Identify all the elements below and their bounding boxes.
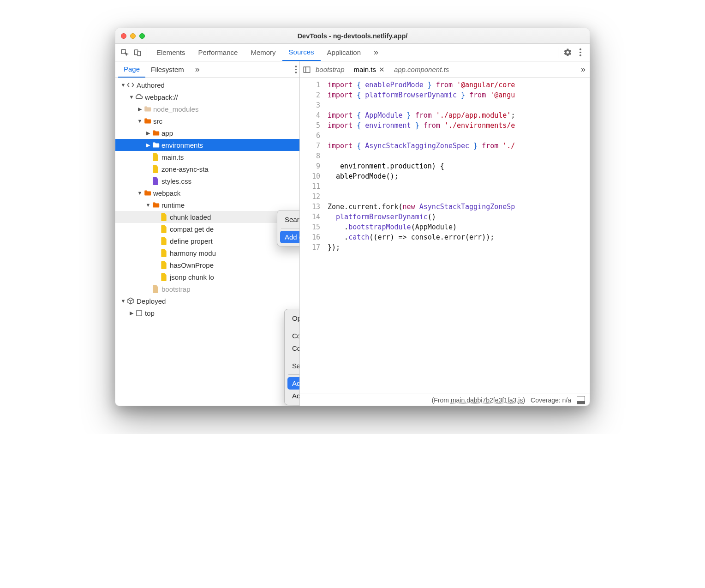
tree-file[interactable]: hasOwnPrope [115,259,299,271]
source-tab[interactable]: app.component.ts [389,64,454,76]
main-tab-application[interactable]: Application [321,44,367,61]
tree-folder[interactable]: ▼runtime [115,199,299,211]
file-icon [160,249,168,257]
navigator-sidebar: ▼Authored▼webpack://▶node_modules▼src▶ap… [115,78,300,406]
tree-label: src [153,117,162,125]
source-overflow-button[interactable]: » [578,65,587,74]
line-gutter: 1234567891011121314151617 [300,78,324,394]
context-menu-file: Open in new tabCopy link addressCopy fil… [284,309,300,405]
more-menu-icon[interactable] [574,46,587,59]
tree-folder[interactable]: ▼Deployed [115,295,299,307]
tree-label: compat get de [170,225,214,233]
source-tab[interactable]: bootstrap [311,64,349,76]
tree-file[interactable]: main.ts [115,151,299,163]
tree-label: webpack [153,189,180,197]
titlebar: DevTools - ng-devtools.netlify.app/ [115,28,590,44]
tree-label: Authored [137,81,165,89]
tree-folder[interactable]: ▶environments [115,139,299,151]
context-menu-folder: Search in folderAdd directory to ignore … [277,210,300,246]
disclosure-arrow-icon[interactable]: ▼ [137,190,143,196]
tree-file[interactable]: compat get de [115,223,299,235]
tree-label: bootstrap [161,285,191,293]
main-tab-memory[interactable]: Memory [244,44,282,61]
context-menu-item[interactable]: Search in folder [280,213,300,226]
source-tab[interactable]: main.ts✕ [349,64,389,76]
tree-file[interactable]: styles.css [115,175,299,187]
tree-label: environments [161,141,203,149]
settings-gear-icon[interactable] [561,46,574,59]
tree-file[interactable]: harmony modu [115,247,299,259]
disclosure-arrow-icon[interactable]: ▼ [145,202,151,208]
folder-icon [151,129,160,137]
coverage-status: Coverage: n/a [531,396,571,404]
tree-file[interactable]: bootstrap [115,283,299,295]
tree-folder[interactable]: ▼webpack [115,187,299,199]
disclosure-arrow-icon[interactable]: ▼ [128,94,135,100]
tree-label: harmony modu [170,249,216,257]
file-icon [160,237,168,245]
close-tab-icon[interactable]: ✕ [379,66,385,74]
main-tab-bar: ElementsPerformanceMemorySourcesApplicat… [115,44,590,61]
disclosure-arrow-icon[interactable]: ▶ [145,142,151,148]
tree-folder[interactable]: ▼webpack:// [115,91,299,103]
sidebar-overflow-button[interactable]: » [190,61,204,78]
tree-folder[interactable]: ▼src [115,115,299,127]
source-map-link[interactable]: main.dabbi7b2fe3f1fa3.js [451,396,523,404]
disclosure-arrow-icon[interactable]: ▼ [120,82,126,88]
tree-file[interactable]: zone-async-sta [115,163,299,175]
tree-file[interactable]: jsonp chunk lo [115,271,299,283]
tree-folder[interactable]: ▶top [115,307,299,319]
code-lines[interactable]: import { enableProdMode } from '@angular… [324,78,590,394]
tree-label: styles.css [161,177,191,185]
tree-label: app [161,129,173,137]
tree-label: hasOwnPrope [170,261,214,269]
sidebar-tab-filesystem[interactable]: Filesystem [145,61,190,78]
tree-label: webpack:// [145,93,178,101]
disclosure-arrow-icon[interactable]: ▼ [137,118,143,124]
file-icon [151,285,160,293]
disclosure-arrow-icon[interactable]: ▶ [145,130,151,136]
context-menu-item[interactable]: Add all third-party scripts to ignore li… [287,390,300,402]
context-menu-item[interactable]: Save as... [287,360,300,372]
inspect-element-icon[interactable] [118,46,131,59]
file-icon [160,213,168,221]
context-menu-item[interactable]: Open in new tab [287,312,300,324]
sidebar-more-icon[interactable] [293,63,300,76]
tree-label: define propert [170,237,213,245]
main-tab-sources[interactable]: Sources [282,44,321,61]
tree-label: main.ts [161,153,184,161]
editor-status-bar: (From main.dabbi7b2fe3f1fa3.js) Coverage… [300,394,590,406]
disclosure-arrow-icon[interactable]: ▼ [120,298,126,304]
svg-rect-5 [136,310,141,315]
device-toolbar-icon[interactable] [131,46,144,59]
disclosure-arrow-icon[interactable]: ▶ [137,106,143,112]
folder-icon [143,105,151,113]
file-icon [151,165,160,173]
sidebar-tab-page[interactable]: Page [118,61,145,78]
context-menu-item[interactable]: Add directory to ignore list [280,231,300,243]
main-tab-performance[interactable]: Performance [192,44,245,61]
tree-file[interactable]: define propert [115,235,299,247]
file-icon [160,261,168,269]
tree-folder[interactable]: ▶node_modules [115,103,299,115]
devtools-window: DevTools - ng-devtools.netlify.app/ Elem… [115,28,590,406]
tree-file[interactable]: chunk loaded [115,211,299,223]
sources-sub-bar: PageFilesystem » bootstrapmain.ts✕app.co… [115,61,590,78]
folder-icon [143,117,151,125]
folder-icon [151,201,160,209]
overflow-tabs-button[interactable]: » [367,44,383,61]
context-menu-item[interactable]: Add script to ignore list [287,377,300,390]
toggle-navigator-icon[interactable] [303,66,311,74]
file-icon [160,273,168,281]
tree-label: Deployed [137,297,166,305]
tree-folder[interactable]: ▼Authored [115,79,299,91]
status-from-text: (From main.dabbi7b2fe3f1fa3.js) [432,396,525,404]
window-title: DevTools - ng-devtools.netlify.app/ [115,32,590,40]
dock-side-icon[interactable] [577,396,585,404]
disclosure-arrow-icon[interactable]: ▶ [128,310,135,316]
main-tab-elements[interactable]: Elements [150,44,192,61]
tree-folder[interactable]: ▶app [115,127,299,139]
context-menu-item[interactable]: Copy file name [287,342,300,354]
tree-label: chunk loaded [170,213,211,221]
context-menu-item[interactable]: Copy link address [287,330,300,342]
